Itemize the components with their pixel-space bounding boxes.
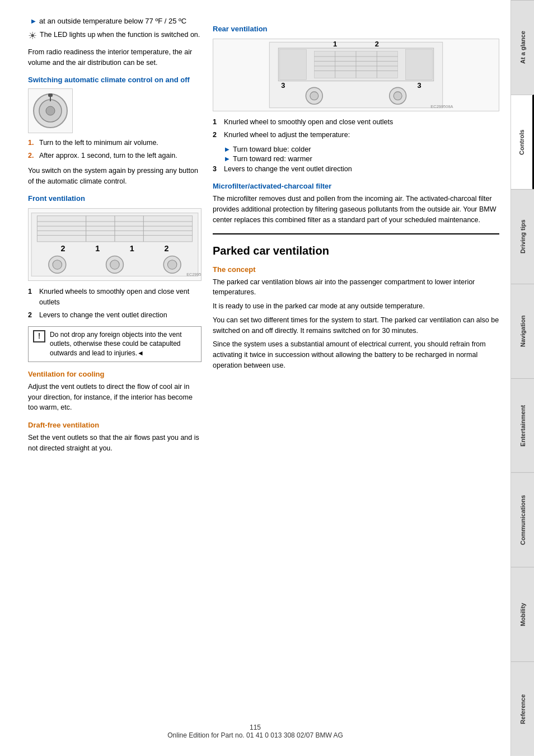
sub-bullet-warmer: ▶ Turn toward red: warmer <box>213 154 499 163</box>
svg-text:2: 2 <box>375 40 379 48</box>
microfilter-title: Microfilter/activated-charcoal filter <box>213 182 499 190</box>
step-num-2: 2. <box>28 151 39 161</box>
parked-rule <box>213 233 499 234</box>
svg-rect-28 <box>406 49 433 79</box>
svg-point-44 <box>394 92 402 100</box>
svg-point-42 <box>310 92 318 100</box>
sidebar: At a glance Controls Driving tips Naviga… <box>510 0 534 756</box>
svg-text:2: 2 <box>61 245 65 253</box>
concept-para-3: You can set two different times for the … <box>213 315 499 336</box>
fv-text-2: Levers to change the vent outlet directi… <box>39 310 167 321</box>
warning-text: Do not drop any foreign objects into the… <box>50 330 196 358</box>
rv-text-3: Levers to change the vent outlet directi… <box>224 164 352 175</box>
svg-text:1: 1 <box>95 245 100 253</box>
rear-vent-title: Rear ventilation <box>213 25 499 33</box>
intro-bullet: ▶ at an outside temperature below 77 ºF … <box>28 17 202 25</box>
svg-point-19 <box>53 260 62 269</box>
bullet-icon: ▶ <box>31 18 36 24</box>
step-num-1: 1. <box>28 138 39 148</box>
parked-title: Parked car ventilation <box>213 245 499 257</box>
fv-num-1: 1 <box>28 287 39 297</box>
sub-bullet-colder: ▶ Turn toward blue: colder <box>213 145 499 153</box>
svg-point-21 <box>110 260 119 269</box>
rv-num-1: 1 <box>213 117 224 128</box>
sidebar-tab-entertainment[interactable]: Entertainment <box>511 378 534 473</box>
vent-cooling-title: Ventilation for cooling <box>28 370 202 378</box>
warning-box: ! Do not drop any foreign objects into t… <box>28 326 202 362</box>
switching-title: Switching automatic climate control on a… <box>28 76 202 84</box>
sidebar-tab-controls[interactable]: Controls <box>511 95 534 189</box>
rear-vent-item-3-list: 3 Levers to change the vent outlet direc… <box>213 164 499 175</box>
rv-text-2: Knurled wheel to adjust the temperature: <box>224 130 350 140</box>
concept-title: The concept <box>213 265 499 274</box>
front-vent-item-1: 1 Knurled wheels to smoothly open and cl… <box>28 287 202 308</box>
front-vent-title: Front ventilation <box>28 194 202 203</box>
rv-num-2: 2 <box>213 130 224 140</box>
rear-vent-image: 1 2 3 3 EC299508A <box>213 39 499 111</box>
front-vent-image: 2 1 1 2 EC299506A <box>28 208 202 281</box>
rear-vent-svg: 1 2 3 3 EC299508A <box>213 39 499 111</box>
sidebar-tab-navigation[interactable]: Navigation <box>511 284 534 378</box>
rv-num-3: 3 <box>213 164 224 175</box>
rear-vent-item-1: 1 Knurled wheel to smoothly open and clo… <box>213 117 499 128</box>
concept-para-2: It is ready to use in the parked car mod… <box>213 301 499 312</box>
concept-para-4: Since the system uses a substantial amou… <box>213 339 499 370</box>
switching-steps: 1. Turn to the left to minimum air volum… <box>28 138 202 161</box>
sub-bullet-text-1: Turn toward blue: colder <box>233 145 311 153</box>
sub-bullet-icon-1: ▶ <box>225 146 229 152</box>
sidebar-tab-at-a-glance[interactable]: At a glance <box>511 0 534 95</box>
vent-cooling-text: Adjust the vent outlets to direct the fl… <box>28 382 202 413</box>
sidebar-tab-communications[interactable]: Communications <box>511 472 534 567</box>
led-note-line: ☀ The LED lights up when the function is… <box>28 30 202 44</box>
svg-text:EC299508A: EC299508A <box>430 104 453 109</box>
right-column: Rear ventilation <box>213 17 499 739</box>
microfilter-text: The microfilter removes dust and pollen … <box>213 194 499 225</box>
svg-point-2 <box>46 106 55 115</box>
rear-vent-item-3: 3 Levers to change the vent outlet direc… <box>213 164 499 175</box>
svg-rect-4 <box>48 93 53 97</box>
rv-text-1: Knurled wheel to smoothly open and close… <box>224 117 393 128</box>
from-radio-note: From radio readiness the interior temper… <box>28 47 202 68</box>
svg-rect-27 <box>279 49 306 79</box>
rear-vent-item-2: 2 Knurled wheel to adjust the temperatur… <box>213 130 499 140</box>
rear-vent-items: 1 Knurled wheel to smoothly open and clo… <box>213 117 499 140</box>
step-text-1: Turn to the left to minimum air volume. <box>39 138 158 148</box>
concept-para-1: The parked car ventilation blows air int… <box>213 277 499 298</box>
draft-free-title: Draft-free ventilation <box>28 421 202 429</box>
knob-svg <box>30 90 72 132</box>
page-footer-text: Online Edition for Part no. 01 41 0 013 … <box>167 731 343 739</box>
step-2: 2. After approx. 1 second, turn to the l… <box>28 151 202 161</box>
led-symbol: ☀ <box>28 30 37 42</box>
draft-free-text: Set the vent outlets so that the air flo… <box>28 433 202 454</box>
svg-text:3: 3 <box>281 81 285 90</box>
front-vent-items: 1 Knurled wheels to smoothly open and cl… <box>28 287 202 320</box>
page-footer: 115 Online Edition for Part no. 01 41 0 … <box>0 724 510 739</box>
left-column: ▶ at an outside temperature below 77 ºF … <box>28 17 202 739</box>
switching-note: You switch on the system again by pressi… <box>28 166 202 187</box>
fv-text-1: Knurled wheels to smoothly open and clos… <box>39 287 202 308</box>
svg-text:1: 1 <box>130 245 134 253</box>
step-text-2: After approx. 1 second, turn to the left… <box>39 151 177 161</box>
intro-bullet-text: at an outside temperature below 77 ºF / … <box>39 17 186 25</box>
step-1: 1. Turn to the left to minimum air volum… <box>28 138 202 148</box>
page-number: 115 <box>250 724 261 731</box>
sub-bullet-text-2: Turn toward red: warmer <box>233 154 312 163</box>
front-vent-svg: 2 1 1 2 EC299506A <box>29 209 201 280</box>
svg-text:3: 3 <box>418 81 421 90</box>
sidebar-tab-reference[interactable]: Reference <box>511 661 534 756</box>
svg-text:EC299506A: EC299506A <box>186 273 201 278</box>
svg-text:2: 2 <box>164 245 168 253</box>
sidebar-tab-mobility[interactable]: Mobility <box>511 567 534 661</box>
svg-text:1: 1 <box>333 40 337 48</box>
knob-image <box>28 88 73 133</box>
sidebar-tab-driving-tips[interactable]: Driving tips <box>511 189 534 284</box>
sub-bullet-icon-2: ▶ <box>225 156 229 162</box>
led-note: The LED lights up when the function is s… <box>40 30 200 40</box>
svg-point-23 <box>167 260 176 269</box>
warning-icon: ! <box>33 330 45 342</box>
front-vent-item-2: 2 Levers to change the vent outlet direc… <box>28 310 202 321</box>
fv-num-2: 2 <box>28 310 39 321</box>
